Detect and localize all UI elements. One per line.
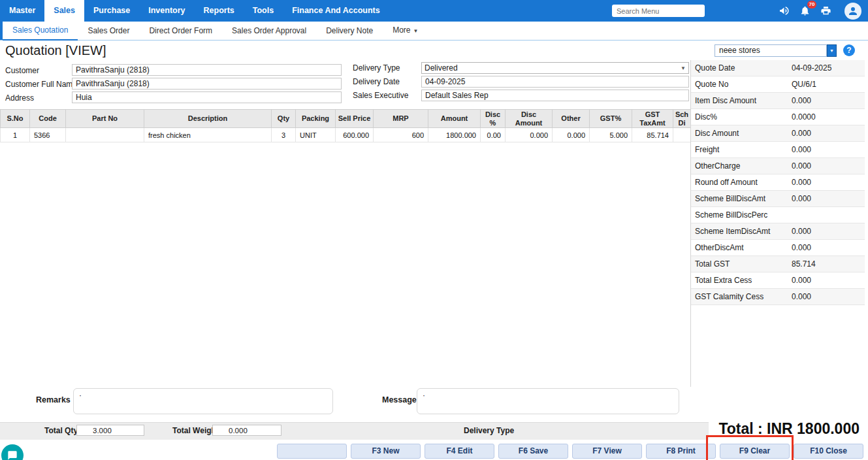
nav-item-reports[interactable]: Reports (195, 0, 244, 22)
cell-disc-amount: 0.000 (506, 128, 553, 142)
delivery-type-label: Delivery Type (353, 63, 400, 73)
summary-row-round-off-amount: Round off Amount 0.000 (691, 174, 865, 191)
nav-item-finance-and-accounts[interactable]: Finance And Accounts (283, 0, 389, 22)
summary-row-quote-date: Quote Date 04-09-2025 (691, 60, 865, 76)
summary-value: 0.000 (792, 145, 861, 154)
summary-value: 0.000 (792, 194, 861, 203)
address-input[interactable] (72, 91, 342, 103)
announcement-icon[interactable] (778, 5, 790, 17)
tab-sales-order-approval[interactable]: Sales Order Approval (222, 22, 316, 40)
delivery-date-label: Delivery Date (353, 77, 400, 86)
col-header-other: Other (553, 110, 590, 128)
tab-sales-quotation[interactable]: Sales Quotation (3, 22, 78, 41)
summary-row-total-gst: Total GST 85.714 (691, 256, 865, 272)
col-header-amount: Amount (428, 110, 481, 128)
customer-input[interactable] (72, 64, 342, 76)
delivery-type-value: Delivered (425, 63, 458, 73)
delivery-date-input[interactable] (421, 76, 689, 88)
nav-item-tools[interactable]: Tools (244, 0, 283, 22)
sales-executive-input[interactable] (421, 90, 689, 101)
remarks-input[interactable]: · (73, 388, 333, 414)
cell-qty: 3 (272, 128, 296, 142)
summary-row-othercharge: OtherCharge 0.000 (691, 158, 865, 174)
cell-part-no (66, 128, 144, 142)
f6-save-button[interactable]: F6 Save (498, 444, 568, 459)
summary-row-gst-calamity-cess: GST Calamity Cess 0.000 (691, 289, 865, 305)
message-input[interactable]: · (417, 388, 679, 414)
customer-full-name-label: Customer Full Name (5, 80, 77, 89)
nav-item-purchase[interactable]: Purchase (84, 0, 139, 22)
chevron-down-icon: ▼ (681, 65, 686, 71)
summary-row-quote-no: Quote No QU/6/1 (691, 76, 865, 93)
tab-sales-order[interactable]: Sales Order (78, 22, 139, 40)
nav-item-inventory[interactable]: Inventory (139, 0, 194, 22)
delivery-type-select[interactable]: Delivered ▼ (421, 62, 689, 74)
col-header-sch-disc: Sch Di (673, 110, 691, 128)
nav-icons: 70 (778, 3, 861, 20)
nav-item-master[interactable]: Master (0, 0, 44, 22)
f9-clear-button[interactable]: F9 Clear (720, 444, 790, 459)
top-navigation-bar: Master Sales Purchase Inventory Reports … (0, 0, 868, 22)
f7-view-button[interactable]: F7 View (572, 444, 642, 459)
search-menu-input[interactable] (612, 5, 705, 17)
cell-code: 5366 (30, 128, 66, 142)
help-icon[interactable]: ? (843, 44, 855, 56)
summary-row-total-extra-cess: Total Extra Cess 0.000 (691, 272, 865, 289)
f4-edit-button[interactable]: F4 Edit (425, 444, 494, 459)
summary-label: Quote No (695, 80, 792, 89)
f10-close-button[interactable]: F10 Close (794, 444, 863, 459)
total-qty-input[interactable] (76, 425, 144, 436)
message-label: Message (382, 395, 417, 404)
col-header-disc-amount: Disc Amount (506, 110, 553, 128)
summary-row-item-disc-amount: Item Disc Amount 0.000 (691, 93, 865, 109)
store-selector: ▼ (715, 44, 837, 57)
summary-row-freight: Freight 0.000 (691, 142, 865, 158)
summary-label: Item Disc Amount (695, 96, 792, 105)
remarks-label: Remarks (36, 395, 71, 404)
tab-delivery-note[interactable]: Delivery Note (316, 22, 383, 40)
cell-amount: 1800.000 (428, 128, 481, 142)
printer-icon[interactable] (820, 5, 831, 17)
summary-label: Round off Amount (695, 178, 792, 187)
cell-sch-disc (673, 128, 691, 142)
customer-label: Customer (5, 66, 39, 75)
summary-label: Total GST (695, 259, 792, 269)
f3-new-button[interactable]: F3 New (351, 444, 421, 459)
notifications-bell-icon[interactable]: 70 (799, 5, 811, 17)
col-header-gst-taxamt: GST TaxAmt (632, 110, 673, 128)
total-weight-input[interactable] (212, 425, 281, 436)
col-header-description: Description (144, 110, 272, 128)
customer-full-name-input[interactable] (72, 78, 342, 90)
summary-value: QU/6/1 (792, 80, 861, 89)
summary-label: OtherDiscAmt (695, 243, 792, 252)
tab-direct-order-form[interactable]: Direct Order Form (139, 22, 222, 40)
store-dropdown-arrow-icon[interactable]: ▼ (827, 44, 837, 57)
cell-sell-price: 600.000 (336, 128, 374, 142)
summary-label: Total Extra Cess (695, 276, 792, 285)
f8-print-button[interactable]: F8 Print (646, 444, 716, 459)
page-title: Quotation [VIEW] (5, 43, 106, 58)
table-row[interactable]: 1 5366 fresh chicken 3 UNIT 600.000 600 … (1, 128, 691, 142)
chevron-down-icon: ▼ (413, 28, 419, 34)
store-selector-input[interactable] (715, 44, 827, 57)
summary-row-scheme-itemdiscamt: Scheme ItemDiscAmt 0.000 (691, 223, 865, 240)
title-bar: Quotation [VIEW] ▼ ? (0, 41, 868, 60)
tab-more-label: More (393, 25, 410, 35)
summary-value: 0.000 (792, 276, 861, 285)
summary-label: Scheme BillDiscAmt (695, 194, 792, 203)
cell-sno: 1 (1, 128, 30, 142)
col-header-packing: Packing (296, 110, 336, 128)
cell-description: fresh chicken (144, 128, 272, 142)
summary-value: 0.000 (792, 227, 861, 236)
tab-more[interactable]: More▼ (383, 22, 428, 40)
blank-button[interactable] (277, 444, 347, 459)
nav-item-sales[interactable]: Sales (44, 0, 84, 22)
summary-row-scheme-billdiscperc: Scheme BillDiscPerc (691, 207, 865, 223)
user-avatar[interactable] (844, 3, 861, 20)
summary-value: 85.714 (792, 259, 861, 269)
summary-value: 0.000 (792, 292, 861, 301)
summary-label: Disc Amount (695, 129, 792, 138)
summary-value: 0.000 (792, 243, 861, 252)
summary-row-disc-pct: Disc% 0.0000 (691, 109, 865, 125)
summary-label: Disc% (695, 112, 792, 122)
